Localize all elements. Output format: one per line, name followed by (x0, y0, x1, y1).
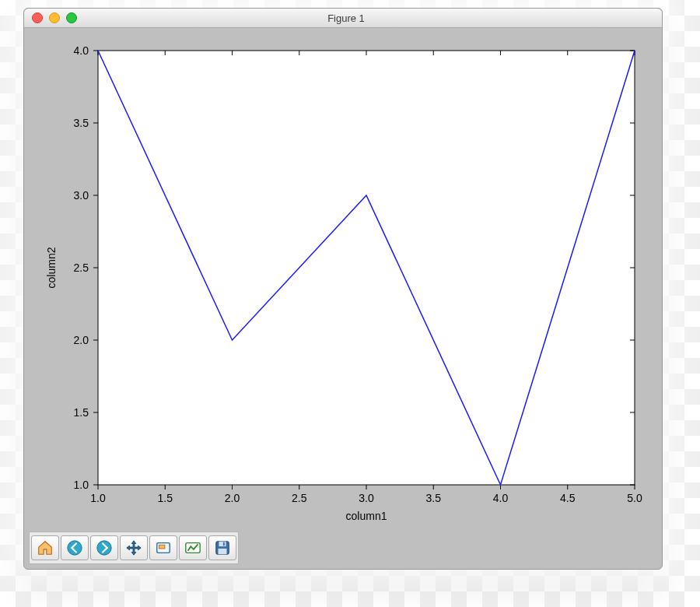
plot-canvas[interactable]: 1.01.52.02.53.03.54.04.55.01.01.52.02.53… (24, 27, 662, 532)
svg-rect-55 (159, 545, 165, 549)
window-title: Figure 1 (77, 12, 662, 24)
svg-text:column2: column2 (45, 247, 58, 288)
figure-window: Figure 1 1.01.52.02.53.03.54.04.55.01.01… (23, 8, 663, 570)
arrow-left-icon (66, 539, 83, 556)
svg-point-52 (68, 541, 82, 555)
forward-button[interactable] (90, 535, 118, 560)
svg-text:4.0: 4.0 (493, 492, 509, 504)
svg-text:2.0: 2.0 (225, 492, 240, 504)
zoom-window-icon[interactable] (66, 12, 77, 23)
home-icon (37, 539, 54, 556)
svg-text:2.5: 2.5 (292, 492, 307, 504)
save-icon (214, 539, 231, 556)
home-button[interactable] (31, 535, 59, 560)
svg-text:1.5: 1.5 (74, 406, 89, 419)
back-button[interactable] (61, 535, 89, 560)
svg-text:5.0: 5.0 (627, 492, 642, 504)
svg-text:3.5: 3.5 (74, 117, 89, 129)
svg-text:1.0: 1.0 (74, 479, 89, 491)
minimize-icon[interactable] (49, 12, 60, 23)
pan-button[interactable] (120, 535, 148, 560)
save-button[interactable] (208, 535, 236, 560)
svg-rect-58 (219, 542, 226, 546)
svg-text:2.5: 2.5 (74, 261, 89, 274)
svg-text:3.0: 3.0 (74, 189, 89, 202)
svg-text:1.5: 1.5 (158, 492, 173, 504)
svg-text:column1: column1 (346, 510, 387, 522)
svg-text:1.0: 1.0 (90, 492, 106, 504)
zoom-rect-icon (155, 539, 172, 556)
svg-rect-60 (223, 542, 225, 546)
svg-text:3.5: 3.5 (426, 492, 442, 504)
close-icon[interactable] (32, 12, 43, 23)
arrow-right-icon (96, 539, 113, 556)
move-icon (125, 539, 142, 556)
window-controls (24, 12, 77, 23)
svg-rect-59 (219, 549, 227, 554)
titlebar: Figure 1 (24, 9, 662, 28)
svg-rect-0 (98, 51, 635, 485)
configure-icon (184, 539, 201, 556)
svg-text:4.5: 4.5 (560, 492, 576, 504)
subplots-button[interactable] (179, 535, 207, 560)
mpl-toolbar (29, 532, 239, 564)
svg-point-53 (97, 541, 111, 555)
svg-text:2.0: 2.0 (74, 334, 89, 346)
svg-text:3.0: 3.0 (359, 492, 374, 504)
svg-text:4.0: 4.0 (74, 44, 89, 57)
zoom-button[interactable] (149, 535, 177, 560)
line-chart: 1.01.52.02.53.03.54.04.55.01.01.52.02.53… (24, 27, 662, 532)
